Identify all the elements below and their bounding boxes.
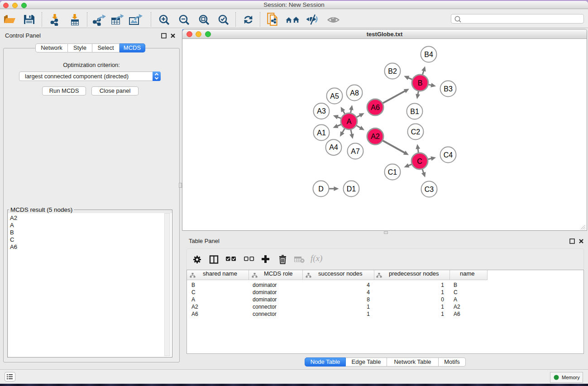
svg-text:C2: C2 [411,128,421,136]
svg-text:B: B [418,79,423,87]
svg-text:A8: A8 [350,89,359,97]
svg-text:A2: A2 [371,133,380,140]
svg-text:C1: C1 [388,168,397,176]
svg-text:A1: A1 [317,129,326,137]
svg-text:D1: D1 [347,185,356,193]
svg-text:B2: B2 [388,67,397,75]
svg-text:A3: A3 [317,107,326,115]
svg-text:A: A [347,118,352,125]
svg-text:A4: A4 [329,143,338,151]
svg-text:B3: B3 [444,85,453,93]
svg-text:D: D [318,185,324,193]
svg-text:A5: A5 [330,92,339,100]
svg-text:C3: C3 [425,186,434,193]
svg-text:C: C [417,157,422,165]
svg-text:B1: B1 [410,108,419,115]
svg-text:A7: A7 [351,148,360,155]
svg-text:A6: A6 [371,104,380,111]
svg-text:B4: B4 [424,51,433,58]
svg-text:C4: C4 [444,151,453,159]
